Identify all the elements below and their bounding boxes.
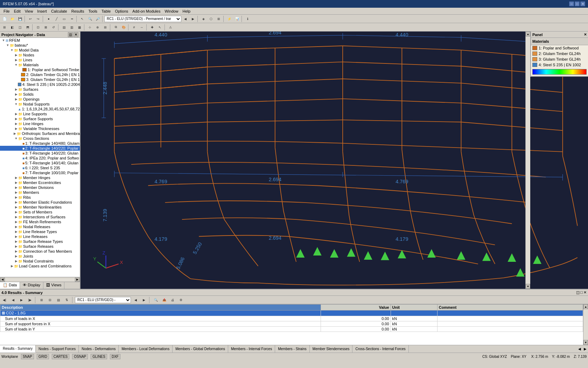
tb-member[interactable]: ━: [68, 15, 76, 22]
tree-item-nodal-constraints[interactable]: ▶ 📁 Nodal Constraints: [0, 259, 80, 264]
res-tb-btn5[interactable]: ⊞: [38, 297, 46, 304]
panel-pin[interactable]: ◫: [68, 32, 73, 37]
tb2-rot[interactable]: ↺: [50, 24, 57, 31]
osnap-toggle[interactable]: OSNAP: [72, 354, 88, 359]
menu-options[interactable]: Options: [113, 8, 130, 14]
tree-item-line-supports[interactable]: ▶ 📁 Line Supports: [0, 111, 80, 116]
tree-item-ns1[interactable]: ▲ 1: 1,6,19,24,28,30,45,50,67,68,72: [0, 107, 80, 111]
tree-item-cs4[interactable]: ■ 4: IPEa 220; Poplar and Softwo: [0, 156, 80, 161]
table-row-sup-x[interactable]: Sum of support forces in X 0.00 kN: [0, 321, 583, 327]
glines-toggle[interactable]: GLINES: [91, 354, 107, 359]
res-filter[interactable]: 🔍: [152, 297, 160, 304]
tree-item-connection[interactable]: ▶ 📁 Connection of Two Members: [0, 249, 80, 254]
tb-surface[interactable]: ▭: [60, 15, 68, 22]
menu-results[interactable]: Results: [69, 8, 86, 14]
tb-select[interactable]: ↖: [78, 15, 86, 22]
tree-item-joints[interactable]: ▶ 📁 Joints: [0, 254, 80, 259]
tb-wire[interactable]: ⬡: [207, 15, 215, 22]
results-scroll-track[interactable]: [583, 309, 588, 340]
tree-item-cs7[interactable]: ■ 7: T-Rectangle 100/100; Poplar: [0, 170, 80, 175]
tree-item-surf-rel-types[interactable]: ▶ 📁 Surface Release Types: [0, 239, 80, 244]
tree-item-nodal-releases[interactable]: ▶ 📁 Nodal Releases: [0, 224, 80, 229]
tree-item-nodal-supports[interactable]: ▼ 📁 Nodal Supports: [0, 102, 80, 107]
panel-tab-data[interactable]: 📋Data: [0, 282, 20, 289]
tree-expand-lines[interactable]: ▶: [14, 58, 18, 62]
menu-table[interactable]: Table: [99, 8, 113, 14]
res-print[interactable]: 🖨: [169, 297, 176, 304]
tree-item-mbr-elastic[interactable]: ▶ 📁 Member Elastic Foundations: [0, 200, 80, 205]
tb-save[interactable]: 💾: [16, 15, 24, 22]
table-row-co2[interactable]: ⊞ CO2 - 1.8G: [0, 311, 583, 316]
tb2-view1[interactable]: ⊞: [1, 24, 8, 31]
tree-item-member-div[interactable]: ▶ 📁 Member Divisions: [0, 185, 80, 190]
results-scroll-down[interactable]: ▼: [583, 340, 588, 345]
tree-item-line-hinges[interactable]: ▶ 📁 Line Hinges: [0, 121, 80, 126]
tree-expand-rfem[interactable]: ▼: [1, 39, 6, 42]
tb-iso[interactable]: ⊞: [215, 15, 223, 22]
close-button[interactable]: ✕: [580, 1, 585, 6]
tree-item-bateau[interactable]: ▼ 📁 bateau*: [0, 43, 80, 48]
tab-nodes-deform[interactable]: Nodes - Deformations: [79, 345, 119, 353]
tb2-dim[interactable]: ↔: [138, 24, 146, 31]
res-prev[interactable]: ◀: [132, 297, 139, 304]
tree-item-ribs[interactable]: ▶ 📁 Ribs: [0, 195, 80, 200]
tree-item-ortho[interactable]: ▶ 📁 Orthotropic Surfaces and Membra: [0, 131, 80, 136]
tab-members-global[interactable]: Members - Global Deformations: [173, 345, 228, 353]
res-tb-btn1[interactable]: ◀|: [1, 297, 8, 304]
tab-cross-internal[interactable]: Cross-Sections - Internal Forces: [352, 345, 408, 353]
res-next[interactable]: ▶: [140, 297, 148, 304]
tb2-fit[interactable]: ⊡: [34, 24, 42, 31]
tree-item-lines[interactable]: ▶ 📁 Lines: [0, 57, 80, 62]
restore-button[interactable]: □: [575, 1, 580, 6]
tree-item-load-cases[interactable]: ▶ 📁 Load Cases and Combinations: [0, 264, 80, 268]
tab-members-local[interactable]: Members - Local Deformations: [119, 345, 173, 353]
tb2-num[interactable]: #: [130, 24, 138, 31]
results-close[interactable]: ✕: [583, 290, 587, 295]
viewport[interactable]: 4.440 2.694 4.440 4.769 2.694 4.769 4.17…: [80, 32, 588, 289]
res-tb-btn6[interactable]: ⊟: [46, 297, 54, 304]
tree-item-surface-supports[interactable]: ▶ 📁 Surface Supports: [0, 116, 80, 121]
tree-item-cs5[interactable]: ■ 5: T-Rectangle 140/140; Glulan: [0, 161, 80, 165]
tb2-warn[interactable]: ⚠: [167, 24, 174, 31]
scroll-up-btn[interactable]: ▲: [526, 32, 530, 36]
tree-item-cross-sections[interactable]: ▼ 📁 Cross-Sections: [0, 136, 80, 141]
tree-item-openings[interactable]: ▶ 📁 Openings: [0, 97, 80, 102]
results-pin[interactable]: ◫: [576, 290, 580, 295]
tree-item-surfaces[interactable]: ▶ 📁 Surfaces: [0, 87, 80, 92]
results-maximize[interactable]: □: [580, 290, 583, 295]
tree-item-mat4[interactable]: 4: Steel S 235 | EN 10025-2:2004: [0, 82, 80, 87]
tab-scroll-left[interactable]: ◀: [577, 347, 582, 351]
panel-close[interactable]: ✕: [74, 32, 78, 37]
cartes-toggle[interactable]: CARTES: [52, 354, 69, 359]
mat-item-2[interactable]: 2: Glulam Timber GL24h: [531, 51, 588, 56]
tree-area[interactable]: ▼ ⊞ RFEM ▼ 📁 bateau* ▼ 📁 Model Data: [0, 38, 80, 277]
res-tb-btn3[interactable]: ▶: [18, 297, 25, 304]
tree-item-surf-releases[interactable]: ▶ 📁 Surface Releases: [0, 244, 80, 249]
tree-item-mbr-nonlin[interactable]: ▶ 📁 Member Nonlinearities: [0, 205, 80, 210]
results-scrollbar-v[interactable]: ▲ ▼: [583, 304, 588, 345]
tb-node[interactable]: ●: [45, 15, 52, 22]
tb-new[interactable]: 📄: [1, 15, 8, 22]
tab-scroll-right[interactable]: ▶: [582, 347, 588, 351]
tree-item-cs1[interactable]: ■ 1: T-Rectangle 140/480; Glulam: [0, 141, 80, 146]
tb-calc[interactable]: ⚡: [225, 15, 233, 22]
tb-zoom-out[interactable]: 🔎: [94, 15, 102, 22]
menu-insert[interactable]: Insert: [35, 8, 49, 14]
tb2-layer[interactable]: ⧉: [112, 24, 120, 31]
scroll-left-btn[interactable]: ◀: [0, 278, 5, 282]
tb-prev[interactable]: ◀: [181, 15, 189, 22]
tree-item-solids[interactable]: ▶ 📁 Solids: [0, 92, 80, 97]
snap-toggle[interactable]: SNAP: [21, 354, 34, 359]
tree-item-cs6[interactable]: ■ 6: I 220; Steel S 235: [0, 165, 80, 170]
tree-item-member-hinges[interactable]: ▶ 📁 Member Hinges: [0, 175, 80, 180]
menu-file[interactable]: File: [1, 8, 12, 14]
res-tb-btn7[interactable]: ▤: [55, 297, 62, 304]
tab-members-internal[interactable]: Members - Internal Forces: [228, 345, 275, 353]
tab-member-slender[interactable]: Member Slendernesses: [310, 345, 353, 353]
menu-help[interactable]: Help: [181, 8, 193, 14]
tb-results[interactable]: 📊: [233, 15, 241, 22]
tb-render[interactable]: ◈: [200, 15, 207, 22]
tb-zoom-in[interactable]: 🔍: [86, 15, 94, 22]
tb-open[interactable]: 📁: [8, 15, 16, 22]
tb2-view3[interactable]: ◫: [16, 24, 24, 31]
